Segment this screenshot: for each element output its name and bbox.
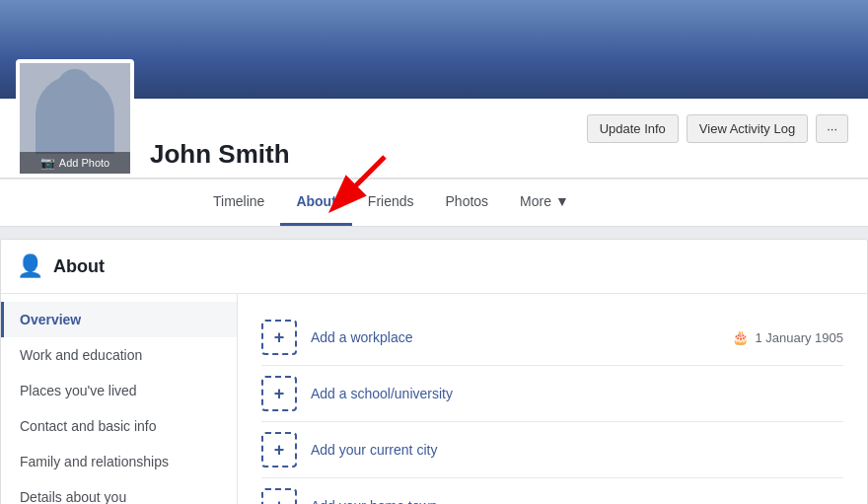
plus-icon: +	[274, 385, 285, 402]
sidebar-item-work-education[interactable]: Work and education	[1, 337, 237, 373]
sidebar-item-details[interactable]: Details about you	[1, 479, 237, 504]
tab-timeline[interactable]: Timeline	[197, 180, 280, 226]
sidebar-places-label: Places you've lived	[20, 383, 137, 398]
sidebar-item-family[interactable]: Family and relationships	[1, 444, 237, 479]
more-options-button[interactable]: ···	[816, 114, 848, 143]
birthday-info: 🎂 1 January 1905	[732, 329, 843, 345]
tab-about[interactable]: About	[280, 180, 351, 226]
sidebar-overview-label: Overview	[20, 312, 81, 327]
add-photo-label: Add Photo	[59, 157, 109, 169]
add-photo-button[interactable]: 📷 Add Photo	[20, 152, 130, 174]
tab-friends[interactable]: Friends	[352, 180, 430, 226]
about-title-label: About	[53, 256, 105, 277]
view-activity-log-button[interactable]: View Activity Log	[687, 114, 808, 143]
tab-photos-label: Photos	[446, 193, 489, 209]
add-city-button[interactable]: +	[261, 432, 297, 468]
about-sidebar: Overview Work and education Places you'v…	[1, 294, 238, 504]
sidebar-item-contact[interactable]: Contact and basic info	[1, 408, 237, 444]
list-item: + Add your home town	[261, 478, 843, 504]
sidebar-item-overview[interactable]: Overview	[1, 302, 237, 337]
profile-top: 📷 Add Photo John Smith Update Info View …	[0, 99, 868, 179]
chevron-down-icon: ▼	[555, 193, 569, 209]
add-hometown-button[interactable]: +	[261, 488, 297, 504]
avatar-silhouette	[36, 75, 114, 154]
tab-more[interactable]: More ▼	[504, 180, 585, 226]
tab-more-label: More	[520, 193, 551, 209]
profile-nav: Timeline About Friends Photos More ▼	[0, 179, 868, 226]
avatar: 📷 Add Photo	[16, 59, 134, 178]
birthday-date: 1 January 1905	[755, 330, 843, 345]
plus-icon: +	[274, 441, 285, 459]
tab-friends-label: Friends	[368, 193, 414, 209]
sidebar-item-places[interactable]: Places you've lived	[1, 373, 237, 408]
sidebar-family-label: Family and relationships	[20, 454, 169, 469]
about-title-bar: 👤 About	[1, 240, 867, 294]
add-school-link[interactable]: Add a school/university	[311, 386, 843, 401]
camera-icon: 📷	[40, 156, 55, 170]
cake-icon: 🎂	[732, 329, 749, 345]
tab-photos[interactable]: Photos	[430, 180, 505, 226]
plus-icon: +	[274, 328, 285, 346]
sidebar-work-label: Work and education	[20, 347, 142, 363]
sidebar-details-label: Details about you	[20, 489, 126, 504]
about-section: 👤 About Overview Work and education Plac…	[0, 239, 868, 504]
add-school-button[interactable]: +	[261, 376, 297, 411]
profile-header: 📷 Add Photo John Smith Update Info View …	[0, 0, 868, 227]
list-item: + Add a school/university	[261, 366, 843, 422]
tab-timeline-label: Timeline	[213, 193, 264, 209]
tab-about-label: About	[296, 193, 335, 209]
sidebar-contact-label: Contact and basic info	[20, 418, 157, 434]
about-content: + Add a workplace 🎂 1 January 1905 + Add…	[238, 294, 867, 504]
profile-actions: Update Info View Activity Log ···	[587, 114, 848, 143]
list-item: + Add your current city	[261, 422, 843, 478]
person-icon: 👤	[17, 253, 43, 279]
plus-icon: +	[274, 497, 285, 504]
list-item: + Add a workplace 🎂 1 January 1905	[261, 310, 843, 366]
add-workplace-link[interactable]: Add a workplace	[311, 329, 718, 345]
about-body: Overview Work and education Places you'v…	[1, 294, 867, 504]
add-city-link[interactable]: Add your current city	[311, 442, 843, 458]
profile-header-inner: 📷 Add Photo John Smith Update Info View …	[0, 99, 868, 226]
add-hometown-link[interactable]: Add your home town	[311, 498, 843, 504]
add-workplace-button[interactable]: +	[261, 320, 297, 355]
update-info-button[interactable]: Update Info	[587, 114, 679, 143]
profile-name: John Smith	[150, 139, 836, 170]
